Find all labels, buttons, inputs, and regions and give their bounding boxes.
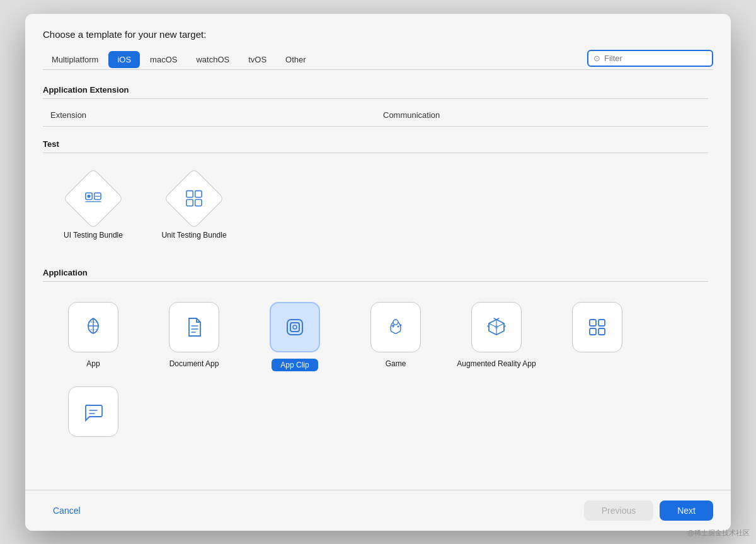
test-items-grid: UI Testing Bundle bbox=[43, 158, 708, 256]
app-clip-label: App Clip bbox=[272, 359, 318, 371]
ar-app-icon-box bbox=[471, 302, 522, 352]
tab-macos[interactable]: macOS bbox=[141, 51, 186, 68]
next-button[interactable]: Next bbox=[660, 501, 713, 521]
filter-input[interactable] bbox=[604, 54, 707, 63]
tabs-row: Multiplatform iOS macOS watchOS tvOS Oth… bbox=[43, 50, 713, 70]
footer-right: Previous Next bbox=[584, 501, 713, 521]
tab-multiplatform[interactable]: Multiplatform bbox=[43, 51, 107, 68]
game-label: Game bbox=[386, 359, 406, 369]
section-test: Test bbox=[43, 134, 708, 256]
game-icon-box bbox=[370, 302, 421, 352]
previous-button: Previous bbox=[584, 501, 653, 521]
template-dialog: Choose a template for your new target: M… bbox=[25, 14, 731, 531]
svg-point-10 bbox=[393, 320, 398, 325]
template-game[interactable]: Game bbox=[345, 294, 446, 379]
section-application: Application App bbox=[43, 263, 708, 458]
template-ar-app[interactable]: Augmented Reality App bbox=[446, 294, 547, 379]
svg-point-13 bbox=[495, 325, 498, 329]
section-application-extension: Application Extension Extension Communic… bbox=[43, 80, 708, 127]
communication-item[interactable]: Communication bbox=[375, 107, 708, 124]
message-app-icon-box bbox=[68, 386, 118, 437]
tab-ios[interactable]: iOS bbox=[108, 51, 140, 68]
svg-rect-6 bbox=[195, 199, 202, 205]
svg-rect-8 bbox=[290, 323, 299, 332]
dialog-footer: Cancel Previous Next bbox=[25, 490, 731, 531]
ui-testing-bundle-diamond bbox=[63, 168, 123, 228]
svg-point-12 bbox=[400, 325, 402, 327]
content-scroll[interactable]: Application Extension Extension Communic… bbox=[43, 70, 713, 490]
svg-point-9 bbox=[293, 325, 297, 329]
template-document-app[interactable]: Document App bbox=[144, 294, 244, 379]
svg-rect-3 bbox=[186, 190, 193, 197]
filter-icon: ⊙ bbox=[593, 54, 600, 63]
dialog-title: Choose a template for your new target: bbox=[43, 29, 713, 40]
tab-tvos[interactable]: tvOS bbox=[239, 51, 275, 68]
dialog-header: Choose a template for your new target: M… bbox=[25, 14, 731, 70]
cancel-button[interactable]: Cancel bbox=[43, 501, 91, 520]
ui-testing-bundle-diamond-inner bbox=[81, 185, 105, 212]
dialog-body: Application Extension Extension Communic… bbox=[25, 70, 731, 490]
svg-point-2 bbox=[88, 194, 91, 197]
filter-wrap: ⊙ bbox=[587, 50, 713, 67]
svg-rect-16 bbox=[590, 328, 596, 335]
grid-app-icon-box bbox=[572, 302, 622, 352]
app-icon-box bbox=[68, 302, 118, 352]
svg-rect-15 bbox=[598, 320, 605, 326]
application-items-grid: App Document bbox=[43, 287, 708, 458]
ui-testing-bundle-icon-box bbox=[68, 173, 118, 224]
ui-testing-bundle-label: UI Testing Bundle bbox=[64, 230, 123, 241]
section-title-application-extension: Application Extension bbox=[43, 80, 708, 99]
template-ui-testing-bundle[interactable]: UI Testing Bundle bbox=[43, 166, 144, 248]
svg-rect-4 bbox=[195, 190, 202, 197]
template-grid-app[interactable] bbox=[547, 294, 648, 379]
app-clip-icon-box bbox=[270, 302, 320, 352]
document-app-icon-box bbox=[169, 302, 219, 352]
unit-testing-bundle-label: Unit Testing Bundle bbox=[161, 230, 226, 241]
svg-point-11 bbox=[398, 326, 399, 328]
svg-rect-17 bbox=[598, 328, 605, 335]
app-label: App bbox=[86, 359, 100, 369]
template-message-app[interactable] bbox=[43, 379, 144, 451]
template-app[interactable]: App bbox=[43, 294, 144, 379]
tab-other[interactable]: Other bbox=[277, 51, 315, 68]
unit-testing-bundle-icon-box bbox=[169, 173, 219, 224]
section-title-test: Test bbox=[43, 134, 708, 153]
ar-app-label: Augmented Reality App bbox=[457, 359, 536, 369]
extension-table: Extension Communication bbox=[43, 104, 708, 127]
template-unit-testing-bundle[interactable]: Unit Testing Bundle bbox=[144, 166, 244, 248]
tab-watchos[interactable]: watchOS bbox=[187, 51, 238, 68]
watermark: @稀土掘金技术社区 bbox=[687, 528, 750, 538]
tab-list: Multiplatform iOS macOS watchOS tvOS Oth… bbox=[43, 51, 587, 68]
svg-rect-14 bbox=[590, 320, 596, 326]
svg-rect-7 bbox=[287, 320, 302, 335]
extension-item[interactable]: Extension bbox=[43, 107, 375, 124]
unit-testing-bundle-diamond bbox=[164, 168, 224, 228]
unit-testing-bundle-diamond-inner bbox=[182, 185, 206, 212]
template-app-clip[interactable]: App Clip bbox=[244, 294, 345, 379]
section-title-application: Application bbox=[43, 263, 708, 282]
svg-rect-5 bbox=[186, 199, 193, 205]
document-app-label: Document App bbox=[169, 359, 219, 369]
